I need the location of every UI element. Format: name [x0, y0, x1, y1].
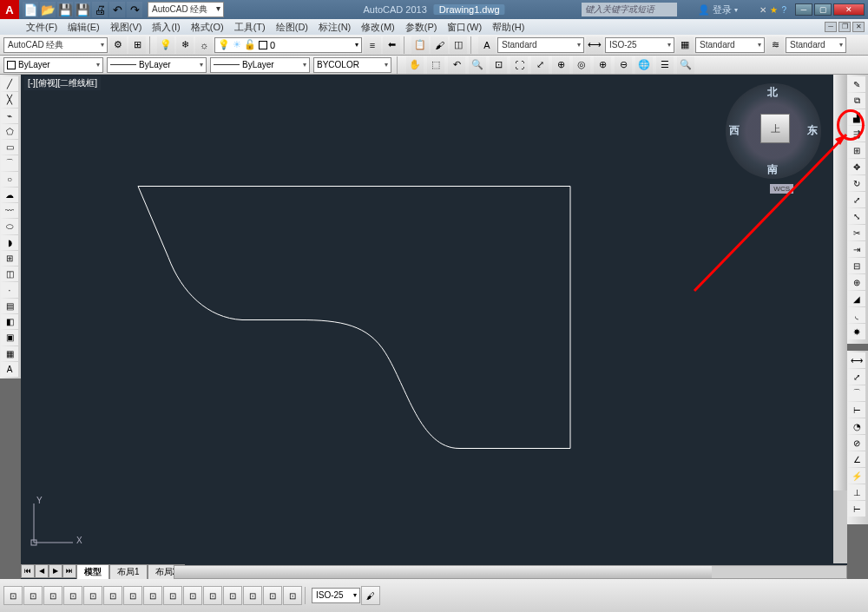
dim-aligned-icon[interactable]: ⤢	[848, 369, 865, 385]
block-insert-icon[interactable]: ⊞	[1, 251, 18, 266]
nv-object-icon[interactable]: ◎	[573, 56, 590, 74]
rectangle-icon[interactable]: ▭	[1, 140, 18, 155]
grid-icon[interactable]: ⊡	[43, 586, 62, 605]
snap-icon[interactable]: ⊡	[23, 586, 43, 605]
menu-help[interactable]: 帮助(H)	[487, 21, 529, 34]
menu-param[interactable]: 参数(P)	[400, 21, 443, 34]
viewcube-top[interactable]: 上	[760, 114, 790, 143]
osnap-icon[interactable]: ⊡	[103, 586, 122, 605]
menu-file[interactable]: 文件(F)	[21, 21, 62, 34]
ducs-icon[interactable]: ⊡	[163, 586, 182, 605]
scale-icon[interactable]: ⤢	[848, 192, 865, 207]
table-icon[interactable]: ▦	[1, 346, 18, 361]
line-icon[interactable]: ╱	[1, 76, 18, 91]
matchprop-icon[interactable]: 🖌	[431, 36, 448, 54]
ucs-icon[interactable]: Y X	[30, 499, 82, 553]
mirror-icon[interactable]: ▟	[848, 109, 865, 125]
nv-properties-icon[interactable]: ☰	[656, 56, 674, 74]
am-icon[interactable]: ⊡	[283, 586, 302, 605]
qp-icon[interactable]: ⊡	[243, 586, 262, 605]
undo-icon[interactable]: ↶	[109, 2, 125, 17]
break-icon[interactable]: ⊟	[848, 258, 865, 273]
spline-icon[interactable]: 〰	[1, 203, 18, 218]
dim-radius-icon[interactable]: ◔	[848, 418, 865, 434]
menu-window[interactable]: 窗口(W)	[442, 21, 487, 34]
nv-in-icon[interactable]: ⊕	[594, 56, 611, 74]
close-button[interactable]: ✕	[833, 3, 865, 16]
polyline-icon[interactable]: ⌁	[1, 109, 18, 123]
viewcube-south[interactable]: 南	[767, 162, 778, 177]
text-icon[interactable]: A	[1, 362, 18, 377]
ws-settings-icon[interactable]: ⚙	[109, 36, 127, 54]
dim-arc-icon[interactable]: ⌒	[848, 385, 865, 401]
redo-icon[interactable]: ↷	[127, 2, 142, 17]
help-icon[interactable]: ?	[781, 5, 786, 15]
dim-quick-icon[interactable]: ⚡	[848, 468, 865, 484]
nv-out-icon[interactable]: ⊖	[615, 56, 632, 74]
tab-model[interactable]: 模型	[76, 564, 109, 579]
paste-icon[interactable]: 📋	[411, 36, 429, 54]
ml-style-icon[interactable]: ≋	[766, 36, 784, 54]
viewcube-west[interactable]: 西	[729, 123, 740, 138]
nv-extents-icon[interactable]: ⛶	[510, 56, 528, 74]
coords-icon[interactable]: ⊡	[3, 586, 23, 605]
revcloud-icon[interactable]: ☁	[1, 188, 18, 202]
menu-modify[interactable]: 修改(M)	[356, 21, 400, 34]
nv-prev-icon[interactable]: ↶	[448, 56, 465, 74]
chamfer-icon[interactable]: ◢	[848, 291, 865, 306]
point-icon[interactable]: ·	[1, 282, 18, 297]
vertical-scrollbar[interactable]	[833, 75, 847, 563]
dim-baseline-icon[interactable]: ⊥	[848, 484, 865, 500]
nv-window-icon[interactable]: ⬚	[427, 56, 444, 74]
layer-off-icon[interactable]: ☼	[195, 36, 213, 54]
lwt-icon[interactable]: ⊡	[203, 586, 222, 605]
mdi-restore-button[interactable]: ❐	[838, 22, 851, 32]
move-icon[interactable]: ✥	[848, 159, 865, 174]
drawing-area[interactable]: [-][俯视][二维线框] Y X 北 南 西 东 上 WCS	[21, 75, 847, 579]
saveas-icon[interactable]: 💾	[75, 2, 90, 17]
menu-dimension[interactable]: 标注(N)	[313, 21, 356, 34]
nv-pan-icon[interactable]: ✋	[406, 56, 424, 74]
hatch-icon[interactable]: ▤	[1, 299, 18, 313]
menu-view[interactable]: 视图(V)	[105, 21, 148, 34]
favorite-icon[interactable]: ★	[770, 5, 778, 15]
nv-orbit-icon[interactable]: 🌐	[635, 56, 653, 74]
ml-style-combo[interactable]: Standard	[786, 37, 846, 53]
menu-edit[interactable]: 编辑(E)	[62, 21, 105, 34]
viewcube[interactable]: 北 南 西 东 上	[726, 83, 821, 179]
open-icon[interactable]: 📂	[40, 2, 56, 17]
offset-icon[interactable]: ⇶	[848, 126, 865, 141]
dim-style-combo[interactable]: ISO-25	[605, 37, 674, 53]
erase-icon[interactable]: ✎	[848, 76, 865, 92]
minimize-button[interactable]: ─	[795, 3, 812, 16]
mdi-min-button[interactable]: ─	[825, 22, 837, 32]
plotstyle-combo[interactable]: BYCOLOR	[313, 57, 391, 73]
status-brush-icon[interactable]: 🖌	[361, 586, 380, 605]
nv-scale-icon[interactable]: ⤢	[531, 56, 549, 74]
viewcube-east[interactable]: 东	[807, 123, 818, 138]
menu-tools[interactable]: 工具(T)	[229, 21, 271, 34]
fillet-icon[interactable]: ◟	[848, 307, 865, 323]
rotate-icon[interactable]: ↻	[848, 175, 865, 191]
menu-insert[interactable]: 插入(I)	[147, 21, 185, 34]
tab-last-icon[interactable]: ⏭	[62, 564, 76, 578]
dyn-icon[interactable]: ⊡	[183, 586, 202, 605]
exchange-icon[interactable]: ✕	[760, 5, 766, 15]
gradient-icon[interactable]: ◧	[1, 314, 18, 329]
stretch-icon[interactable]: ⤡	[848, 208, 865, 224]
explode-icon[interactable]: ✸	[848, 324, 865, 339]
array-icon[interactable]: ⊞	[848, 142, 865, 158]
tab-layout1[interactable]: 布局1	[109, 564, 148, 579]
workspace-selector[interactable]: AutoCAD 经典▾	[148, 2, 224, 17]
arc-icon[interactable]: ⌒	[1, 155, 18, 170]
maximize-button[interactable]: ▢	[814, 3, 832, 16]
layer-states-icon[interactable]: ≡	[364, 36, 381, 54]
nv-all-icon[interactable]: ⊡	[490, 56, 507, 74]
viewcube-north[interactable]: 北	[767, 85, 778, 100]
layer-manager-icon[interactable]: 💡	[157, 36, 174, 54]
menu-format[interactable]: 格式(O)	[186, 21, 229, 34]
login-button[interactable]: 👤登录▾	[698, 3, 738, 16]
dim-angular-icon[interactable]: ∠	[848, 451, 865, 467]
tab-next-icon[interactable]: ▶	[49, 564, 62, 578]
text-style-icon[interactable]: A	[478, 36, 496, 54]
